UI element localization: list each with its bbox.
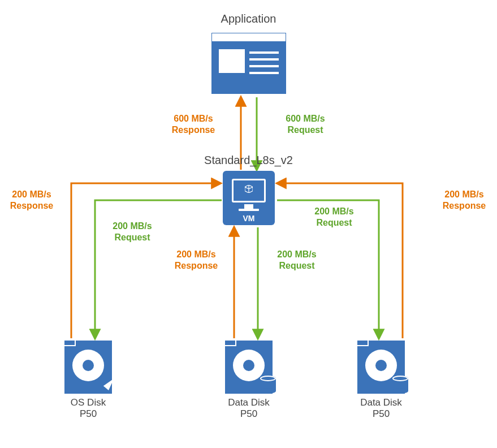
os-request-label: 200 MB/s Request	[103, 221, 162, 243]
data-disk-2-label: Data Disk P50	[346, 397, 416, 420]
vm-title: Standard_L8s_v2	[0, 154, 497, 167]
vm-icon: VM	[223, 171, 275, 225]
data-disk-1-label: Data Disk P50	[214, 397, 284, 420]
d1-request-label: 200 MB/s Request	[266, 249, 328, 272]
d1-response-label: 200 MB/s Response	[165, 249, 227, 272]
os-disk-label: OS Disk P50	[57, 397, 120, 420]
application-icon	[211, 33, 286, 94]
vm-label: VM	[223, 214, 275, 223]
os-response-label: 200 MB/s Response	[2, 189, 61, 212]
app-request-label: 600 MB/s Request	[271, 113, 339, 136]
os-disk-icon	[64, 341, 112, 394]
data-disk-1-db-icon	[260, 376, 276, 394]
app-response-label: 600 MB/s Response	[159, 113, 227, 136]
application-title: Application	[0, 12, 497, 25]
d2-request-label: 200 MB/s Request	[303, 206, 365, 229]
data-disk-2-db-icon	[392, 376, 408, 394]
architecture-diagram: Application 600 MB/s Response 600 MB/s R…	[0, 0, 497, 448]
d2-response-label: 200 MB/s Response	[433, 189, 495, 212]
